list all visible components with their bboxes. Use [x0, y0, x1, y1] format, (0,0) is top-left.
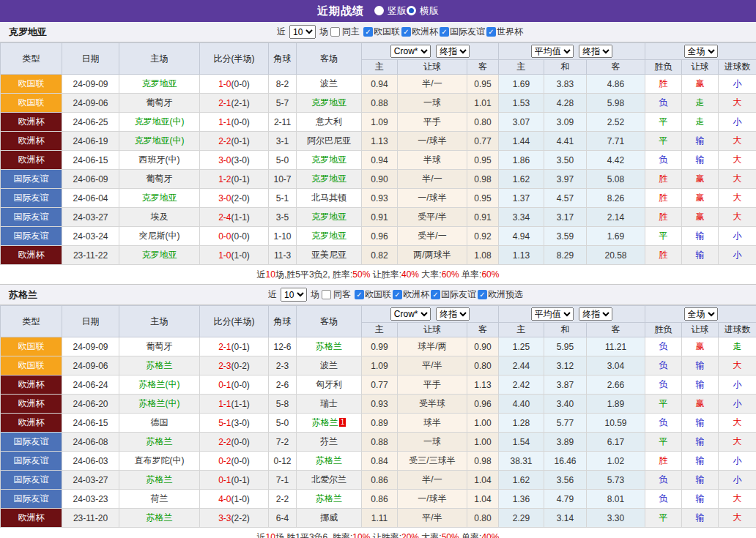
fulltime-score: 2-3 [218, 361, 231, 371]
filter-checkbox-checked[interactable]: ✓ [431, 290, 440, 299]
avg-home: 1.69 [499, 75, 544, 94]
odds-away: 0.96 [467, 395, 499, 414]
match-type-badge: 国际友谊 [1, 452, 62, 471]
corner-score: 5-7 [269, 94, 297, 113]
avg-draw: 3.56 [544, 471, 587, 490]
team-header-croatia: 克罗地亚 近 10 场 同主 ✓欧国联✓欧洲杯✓国际友谊✓世界杯 [0, 22, 756, 42]
avg-home: 2.42 [499, 376, 544, 395]
average-select[interactable]: 平均值 [531, 307, 574, 321]
radio-icon[interactable] [407, 6, 416, 15]
page-title: 近期战绩 [317, 4, 364, 18]
result-goals: 大 [719, 151, 756, 170]
bookmaker-select[interactable]: Crow* [390, 45, 431, 58]
away-team: 北爱尔兰 [297, 471, 362, 490]
avg-draw: 3.89 [544, 433, 587, 452]
corner-score: 11-3 [269, 246, 297, 265]
avg-draw: 4.79 [544, 490, 587, 509]
filter-checkbox-checked[interactable]: ✓ [401, 27, 411, 37]
odds-home: 0.93 [362, 395, 398, 414]
match-date: 24-06-09 [62, 170, 119, 189]
final-odds-select[interactable]: 终指 [436, 307, 470, 321]
filter-checkbox-checked[interactable]: ✓ [486, 27, 496, 37]
radio-icon[interactable] [374, 6, 384, 15]
odds-handicap: 一/球半 [398, 490, 467, 509]
average-select[interactable]: 平均值 [531, 45, 574, 58]
result-outcome: 负 [645, 337, 682, 356]
same-side-checkbox[interactable] [322, 290, 331, 299]
avg-draw: 3.59 [544, 227, 587, 246]
match-row: 欧国联24-09-09克罗地亚1-0(0-0)8-2波兰0.94半/一0.951… [1, 75, 756, 94]
halftime-score: (2-1) [231, 98, 250, 108]
odds-handicap: 平手 [398, 113, 467, 132]
final-odds-select-2[interactable]: 终指 [579, 307, 612, 321]
summary-segment: 10 [266, 532, 275, 538]
result-outcome: 胜 [645, 170, 682, 189]
match-score: 4-0(1-0) [200, 490, 269, 509]
odds-home: 1.13 [362, 132, 398, 151]
match-type-badge: 欧国联 [1, 356, 62, 376]
odds-away: 0.98 [467, 170, 499, 189]
fulltime-select[interactable]: 全场 [684, 307, 718, 321]
match-row: 欧洲杯24-06-25克罗地亚(中)1-1(0-0)2-11意大利1.09平手0… [1, 113, 756, 132]
filter-checkbox-checked[interactable]: ✓ [355, 290, 364, 299]
match-date: 24-06-24 [62, 376, 119, 395]
filter-label: 欧洲杯 [403, 288, 429, 301]
match-type-badge: 欧洲杯 [1, 113, 62, 132]
col-odds-handicap: 让球 [398, 323, 467, 337]
col-goals: 进球数 [719, 60, 756, 75]
match-type-badge: 国际友谊 [1, 471, 62, 490]
layout-radio-checked[interactable]: 横版 [407, 4, 439, 18]
home-team: 克罗地亚 [119, 189, 200, 208]
summary-segment: 近 [257, 269, 266, 281]
col-odds-handicap: 让球 [398, 60, 467, 75]
col-result: 胜负 [645, 60, 682, 75]
layout-radio-unchecked[interactable]: 竖版 [374, 4, 407, 18]
avg-away: 1.02 [587, 452, 645, 471]
match-date: 23-11-20 [62, 509, 119, 528]
away-team: 克罗地亚 [297, 94, 362, 113]
fulltime-select-group: 全场 [645, 43, 756, 60]
odds-handicap: 一球 [398, 433, 467, 452]
odds-home: 0.77 [362, 376, 398, 395]
match-row: 欧洲杯24-06-20苏格兰(中)1-1(1-1)5-8瑞士0.93受半球0.9… [1, 395, 756, 414]
fulltime-select[interactable]: 全场 [684, 45, 718, 58]
match-type-badge: 国际友谊 [1, 227, 62, 246]
col-home: 主场 [119, 306, 200, 337]
col-avg-away: 客 [587, 323, 645, 337]
odds-away: 0.95 [467, 151, 499, 170]
home-team: 突尼斯(中) [119, 227, 200, 246]
match-type-badge: 国际友谊 [1, 433, 62, 452]
result-goals: 大 [719, 490, 756, 509]
home-team: 荷兰 [119, 490, 200, 509]
same-side-checkbox[interactable] [330, 27, 340, 37]
avg-home: 3.07 [499, 113, 544, 132]
fulltime-score: 2-1 [218, 98, 231, 108]
filter-checkbox-checked[interactable]: ✓ [363, 27, 373, 37]
bookmaker-select[interactable]: Crow* [390, 307, 431, 321]
match-row: 欧国联24-09-06苏格兰2-3(0-2)2-3波兰1.09平/半0.802.… [1, 356, 756, 376]
near-count-select[interactable]: 10 [289, 25, 316, 39]
avg-home: 1.28 [499, 414, 544, 433]
result-outcome: 负 [645, 94, 682, 113]
result-goals: 小 [719, 246, 756, 265]
final-odds-select-2[interactable]: 终指 [579, 45, 612, 58]
col-avg-draw: 和 [544, 60, 587, 75]
result-outcome: 胜 [645, 189, 682, 208]
home-team: 葡萄牙 [119, 337, 200, 356]
final-odds-select[interactable]: 终指 [436, 45, 470, 58]
avg-home: 38.31 [499, 452, 544, 471]
summary-segment: 10% [352, 532, 370, 538]
match-score: 2-2(0-1) [200, 132, 269, 151]
col-goals: 进球数 [719, 323, 756, 337]
filter-item: ✓欧洲杯 [401, 26, 438, 38]
halftime-score: (0-0) [231, 380, 250, 390]
filter-checkbox-checked[interactable]: ✓ [440, 27, 449, 37]
filter-checkbox-checked[interactable]: ✓ [478, 290, 487, 299]
near-count-select[interactable]: 10 [281, 288, 307, 302]
fulltime-score: 2-2 [218, 437, 231, 447]
corner-score: 7-1 [269, 471, 297, 490]
avg-away: 1.69 [587, 227, 645, 246]
filter-checkbox-checked[interactable]: ✓ [393, 290, 402, 299]
avg-away: 3.04 [587, 356, 645, 376]
result-handicap: 赢 [682, 337, 719, 356]
